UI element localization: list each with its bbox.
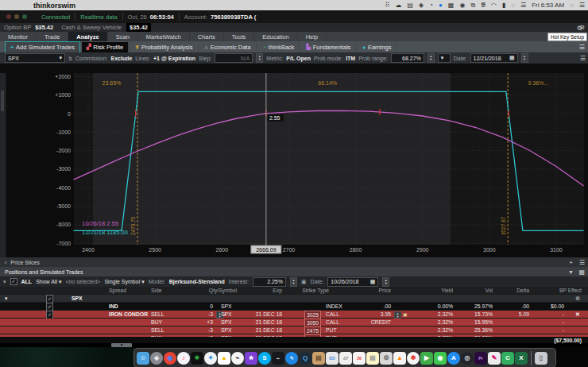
paint-app-icon[interactable]: ✎ xyxy=(488,352,501,365)
runner-app-icon[interactable]: ⌁ xyxy=(231,352,244,365)
display-icon[interactable]: ▤ xyxy=(407,2,413,10)
gopro-icon[interactable]: ▪▪ xyxy=(272,352,284,365)
bluetooth-icon[interactable]: 𝕭 xyxy=(481,2,485,10)
expiration-value[interactable] xyxy=(238,303,282,310)
clock-menu-icon[interactable]: ◔ xyxy=(429,2,433,10)
prob-mode-value[interactable]: ITM xyxy=(346,56,355,61)
tab-education[interactable]: Education xyxy=(254,32,297,41)
no-selected-dropdown[interactable]: <no selected> xyxy=(65,279,100,284)
tab-help[interactable]: Help xyxy=(298,32,327,41)
group-collapse-icon[interactable]: ▾ xyxy=(5,295,7,302)
risk-profile-plot[interactable]: +2000+10000-1000-2000-3000-4000-5000-600… xyxy=(0,64,588,262)
grid-icon[interactable]: ▦ xyxy=(578,268,585,276)
subtab-earnings[interactable]: ♦Earnings xyxy=(358,42,397,52)
bluetooth-app-icon[interactable]: ● xyxy=(439,2,443,10)
qty-value[interactable]: +3 xyxy=(181,319,213,326)
dropbox-icon[interactable]: ⠿ xyxy=(385,2,390,10)
col-side[interactable]: Side xyxy=(151,287,162,294)
gadget-collapse-strip[interactable] xyxy=(0,73,6,262)
steam-icon[interactable]: ◎ xyxy=(461,352,474,365)
side-value[interactable]: SELL xyxy=(151,326,164,334)
notification-icon[interactable]: ☰ xyxy=(520,2,526,10)
premiere-icon[interactable]: Pr xyxy=(474,352,487,365)
model-dropdown[interactable]: Bjerksund-Stensland xyxy=(169,279,225,284)
qty-value[interactable]: -3 xyxy=(181,326,213,334)
option-type-value[interactable]: CALL xyxy=(326,311,339,318)
add-slice-icon[interactable]: + xyxy=(569,259,573,266)
subtab-thinkback[interactable]: ◔thinkBack xyxy=(258,42,300,52)
wifi-icon[interactable]: ◠ xyxy=(491,2,497,10)
price-value[interactable]: CREDIT xyxy=(350,319,391,326)
col-strike-type[interactable]: Strike Type xyxy=(284,287,329,294)
menubar-app-name[interactable]: thinkorswim xyxy=(33,2,75,10)
app-store-icon[interactable]: A xyxy=(447,352,460,365)
expiration-value[interactable]: 21 DEC 18 xyxy=(238,311,282,318)
keyboard-icon[interactable]: ▦ xyxy=(448,2,455,10)
gear-icon[interactable]: ⚙ xyxy=(577,25,582,32)
prob-range-stepper[interactable]: ▲▼ xyxy=(427,53,435,63)
option-type-value[interactable]: CALL xyxy=(326,319,339,326)
traffic-light-zoom[interactable] xyxy=(22,14,27,19)
tab-scan[interactable]: Scan xyxy=(108,32,138,41)
screen-rec-icon[interactable]: ▶ xyxy=(420,352,433,365)
link-icon[interactable]: ⇅ xyxy=(68,56,72,61)
star-app-icon[interactable]: ★ xyxy=(245,352,257,365)
music-icon[interactable]: ♪ xyxy=(177,352,190,365)
option-type-value[interactable]: PUT xyxy=(326,326,337,334)
positions-header[interactable]: Positions and Simulated Trades ▾▦ xyxy=(0,267,588,276)
analysis-date-input[interactable]: 10/26/2018▦ xyxy=(327,277,378,287)
trash-icon[interactable]: ▯ xyxy=(535,352,547,365)
cloud-icon[interactable]: ☁ xyxy=(395,2,401,10)
interest-stepper[interactable]: ▲▼ xyxy=(290,277,297,287)
messenger-icon[interactable]: ϟ xyxy=(285,352,298,365)
notes-icon[interactable]: ▤ xyxy=(366,352,379,365)
option-type-value[interactable]: INDEX xyxy=(326,303,342,310)
gear-icon[interactable]: ⚙ xyxy=(575,295,580,302)
col-yield[interactable]: Yield xyxy=(413,287,453,294)
thinkorswim-dock-icon[interactable]: ✳ xyxy=(191,352,203,365)
risk-profile-chart[interactable]: +2000+10000-1000-2000-3000-4000-5000-600… xyxy=(0,64,588,262)
commission-value[interactable]: Exclude xyxy=(110,56,132,61)
pages-icon[interactable]: ▱ xyxy=(339,352,352,365)
expander-icon[interactable]: › xyxy=(5,260,6,265)
tab-trade[interactable]: Trade xyxy=(37,32,68,41)
col-qty-symbol[interactable]: Qty/Symbol xyxy=(181,287,237,294)
metric-value[interactable]: P/L Open xyxy=(286,56,311,61)
camtasia-icon[interactable]: C xyxy=(501,352,514,365)
tab-charts[interactable]: Charts xyxy=(190,32,224,41)
lock-icon[interactable]: ▣ xyxy=(301,279,307,285)
camera-menu-icon[interactable]: ◉ xyxy=(459,2,465,10)
airplay-icon[interactable]: ⧉ xyxy=(470,2,475,10)
option-bp-label[interactable]: Option BP xyxy=(4,24,31,31)
iron-condor-leg-row[interactable]: ✓IRON CONDORSELL-3▲▼▾SPX21 DEC 183025CAL… xyxy=(0,311,588,319)
col-bp-effect[interactable]: BP Effect xyxy=(516,287,582,294)
shield-icon[interactable]: ◈ xyxy=(419,2,424,10)
price-value[interactable]: 3.95 xyxy=(350,311,391,318)
tab-tools[interactable]: Tools xyxy=(224,32,255,41)
spotlight-icon[interactable]: ◌ xyxy=(511,2,515,10)
photos-icon[interactable]: ✽ xyxy=(407,352,420,365)
strike-value[interactable]: 3050 xyxy=(284,319,321,326)
col-vol[interactable]: Vol xyxy=(455,287,493,294)
keynote-icon[interactable]: ▭ xyxy=(326,352,338,365)
calendar-icon[interactable]: 26 xyxy=(353,352,366,365)
spread-name[interactable]: IND xyxy=(109,303,118,310)
spotlight-icon[interactable]: ◌ xyxy=(570,2,574,9)
analysis-date-stepper[interactable]: ▲▼ xyxy=(382,277,389,287)
collapse-arrow-icon[interactable]: ▾ xyxy=(3,279,6,285)
subtab-risk-profile[interactable]: ▞Risk Profile xyxy=(82,42,129,52)
contacts-icon[interactable]: ▤ xyxy=(312,352,325,365)
notification-center-icon[interactable]: ☰ xyxy=(579,2,585,9)
menubar-clock[interactable]: Fri 6:53 AM xyxy=(532,2,564,9)
panel-menu-icon[interactable]: ☰ xyxy=(580,55,586,62)
show-all-dropdown[interactable]: Show All ▾ xyxy=(36,279,61,285)
facetime-icon[interactable]: ◉ xyxy=(434,352,447,365)
spread-name[interactable]: IRON CONDOR xyxy=(109,311,148,318)
finder-icon[interactable]: ☺ xyxy=(137,352,149,365)
subtab-add-simulated-trades[interactable]: +Add Simulated Trades xyxy=(5,41,80,53)
qty-value[interactable]: 0 xyxy=(181,303,213,310)
side-value[interactable]: SELL xyxy=(151,311,164,318)
prob-range-input[interactable]: 68.27% xyxy=(391,53,424,63)
skype-icon[interactable]: S xyxy=(258,352,271,365)
slices-menu-icon[interactable]: ☰ xyxy=(579,259,585,266)
